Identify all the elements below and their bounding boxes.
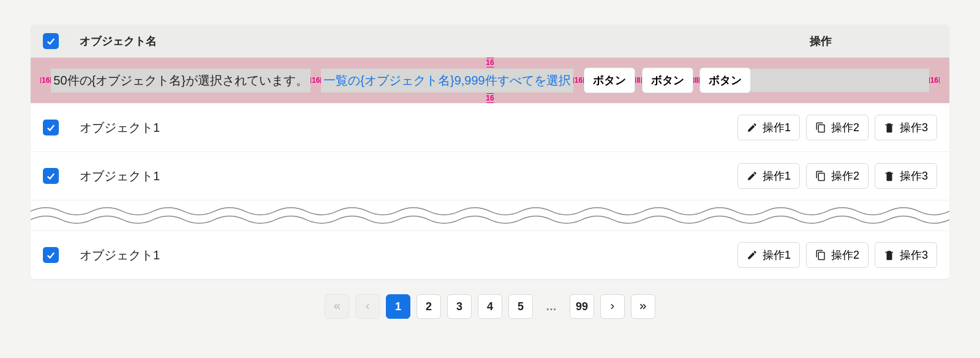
delete-button[interactable]: 操作3 (875, 163, 937, 189)
pagination: 1 2 3 4 5 … 99 (0, 280, 980, 343)
pencil-icon (747, 249, 758, 261)
row-actions: 操作1 操作2 操作3 (704, 242, 937, 268)
page-last-button[interactable] (631, 294, 655, 319)
copy-button[interactable]: 操作2 (806, 115, 869, 140)
edit-label: 操作1 (763, 169, 791, 183)
copy-icon (815, 122, 826, 133)
edit-label: 操作1 (763, 248, 791, 262)
page-5-button[interactable]: 5 (508, 294, 533, 319)
row-name: オブジェクト1 (80, 120, 704, 136)
delete-button[interactable]: 操作3 (875, 242, 937, 268)
row-checkbox[interactable] (43, 120, 59, 135)
edit-label: 操作1 (763, 120, 791, 135)
row-checkbox[interactable] (43, 247, 59, 263)
delete-button[interactable]: 操作3 (875, 115, 937, 140)
chevron-right-icon (608, 302, 617, 311)
copy-icon (815, 249, 826, 261)
page-3-button[interactable]: 3 (447, 294, 472, 319)
copy-button[interactable]: 操作2 (806, 163, 869, 189)
selection-button-1[interactable]: ボタン (584, 67, 635, 93)
page-ellipsis: … (539, 294, 564, 319)
delete-label: 操作3 (900, 169, 928, 183)
edit-button[interactable]: 操作1 (737, 163, 800, 189)
page-2-button[interactable]: 2 (417, 294, 441, 319)
copy-button[interactable]: 操作2 (806, 242, 869, 268)
check-icon (45, 249, 56, 261)
spec-padding-bottom: 16 (486, 93, 494, 103)
row-name: オブジェクト1 (80, 168, 704, 185)
chevrons-left-icon (332, 302, 342, 311)
table-row: オブジェクト1 操作1 操作2 操作3 (31, 151, 949, 200)
page-prev-button[interactable] (355, 294, 380, 319)
collapsed-rows-indicator (31, 200, 949, 230)
spec-gap-btn2: 8 (693, 76, 700, 85)
selection-bar-filler (751, 69, 929, 92)
selection-button-2[interactable]: ボタン (642, 67, 693, 93)
spec-gap-left: 16 (40, 76, 51, 85)
trash-icon (884, 249, 895, 261)
select-all-link[interactable]: 一覧の{オブジェクト名}9,999件すべてを選択 (321, 69, 573, 93)
table-row: オブジェクト1 操作1 操作2 操作3 (31, 230, 949, 280)
row-name: オブジェクト1 (80, 247, 704, 264)
select-all-checkbox[interactable] (43, 33, 59, 49)
header-name-label: オブジェクト名 (80, 34, 704, 48)
spec-padding-top: 16 (486, 58, 494, 67)
page-1-button[interactable]: 1 (386, 294, 410, 319)
copy-icon (815, 170, 826, 181)
chevrons-right-icon (638, 302, 648, 311)
table-row: オブジェクト1 操作1 操作2 操作3 (31, 103, 949, 151)
spec-gap-btn1: 8 (635, 76, 642, 85)
check-icon (45, 122, 56, 133)
spec-gap-mid: 16 (311, 76, 321, 85)
page-first-button[interactable] (325, 294, 349, 319)
copy-label: 操作2 (831, 248, 859, 262)
spec-gap-right: 16 (929, 76, 940, 85)
header-actions-label: 操作 (704, 34, 937, 48)
page-next-button[interactable] (600, 294, 625, 319)
selection-status-bar: 16 16 16 50件の{オブジェクト名}が選択されています。 16 一覧の{… (31, 58, 949, 103)
page-4-button[interactable]: 4 (478, 294, 502, 319)
spec-gap-after-link: 16 (573, 76, 584, 85)
header-checkbox-cell (43, 33, 80, 49)
selection-status-text: 50件の{オブジェクト名}が選択されています。 (51, 69, 311, 93)
copy-label: 操作2 (831, 169, 859, 183)
data-table: オブジェクト名 操作 16 16 16 50件の{オブジェクト名}が選択されてい… (31, 25, 949, 280)
page-last-number-button[interactable]: 99 (570, 294, 594, 319)
pencil-icon (747, 170, 758, 181)
row-actions: 操作1 操作2 操作3 (704, 115, 937, 140)
delete-label: 操作3 (900, 248, 928, 262)
selection-button-3[interactable]: ボタン (699, 67, 751, 93)
chevron-left-icon (363, 302, 372, 311)
check-icon (45, 36, 56, 47)
table-header: オブジェクト名 操作 (31, 25, 949, 58)
row-actions: 操作1 操作2 操作3 (704, 163, 937, 189)
pencil-icon (747, 122, 758, 133)
trash-icon (884, 122, 895, 133)
trash-icon (884, 170, 895, 181)
edit-button[interactable]: 操作1 (737, 115, 800, 140)
copy-label: 操作2 (831, 120, 859, 135)
edit-button[interactable]: 操作1 (737, 242, 800, 268)
row-checkbox[interactable] (43, 168, 59, 184)
delete-label: 操作3 (900, 120, 928, 135)
check-icon (45, 170, 56, 181)
